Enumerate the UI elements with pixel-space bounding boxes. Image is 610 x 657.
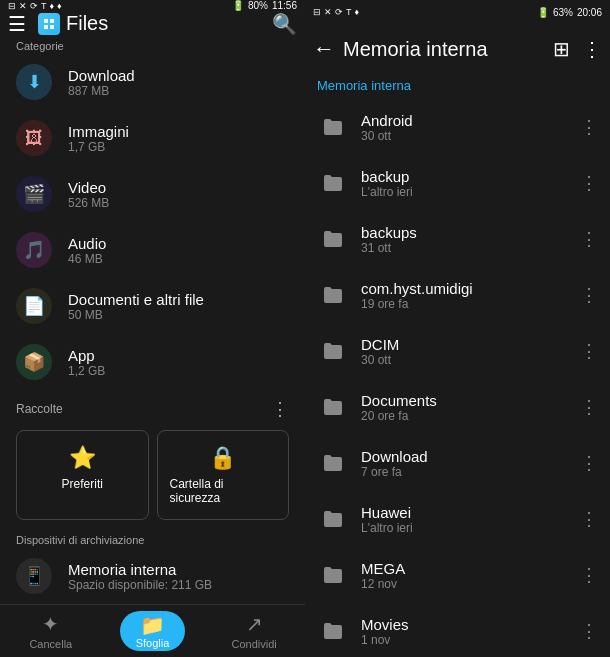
raccolte-label: Raccolte (16, 402, 63, 416)
cancella-icon: ✦ (42, 612, 59, 636)
file-date: L'altro ieri (361, 521, 564, 535)
file-more-button[interactable]: ⋮ (576, 504, 602, 534)
file-more-button[interactable]: ⋮ (576, 616, 602, 646)
file-name: Android (361, 112, 564, 129)
preferiti-label: Preferiti (62, 477, 103, 491)
apps-icon: 📦 (16, 344, 52, 380)
status-right-left: 🔋 80% 11:56 (232, 0, 297, 11)
search-button[interactable]: 🔍 (272, 12, 297, 36)
file-item-backup[interactable]: backup L'altro ieri ⋮ (305, 155, 610, 211)
file-name: com.hyst.umidigi (361, 280, 564, 297)
category-item-apps[interactable]: 📦 App 1,2 GB (0, 334, 305, 390)
app-name: Files (66, 12, 108, 35)
file-date: L'altro ieri (361, 185, 564, 199)
download-name: Download (68, 67, 135, 84)
file-name: Download (361, 448, 564, 465)
images-icon: 🖼 (16, 120, 52, 156)
file-date: 30 ott (361, 353, 564, 367)
collection-preferiti[interactable]: ⭐ Preferiti (16, 430, 149, 520)
category-item-docs[interactable]: 📄 Documenti e altri file 50 MB (0, 278, 305, 334)
left-panel: ⊟✕⟳T♦♦ 🔋 80% 11:56 ☰ Files 🔍 Categorie ⬇… (0, 0, 305, 657)
audio-name: Audio (68, 235, 106, 252)
file-more-button[interactable]: ⋮ (576, 336, 602, 366)
file-more-button[interactable]: ⋮ (576, 168, 602, 198)
file-item-mega[interactable]: MEGA 12 nov ⋮ (305, 547, 610, 603)
more-options-button[interactable]: ⋮ (582, 37, 602, 61)
nav-condividi[interactable]: ↗ Condividi (203, 606, 305, 656)
file-more-button[interactable]: ⋮ (576, 224, 602, 254)
file-item-movies[interactable]: Movies 1 nov ⋮ (305, 603, 610, 657)
lock-icon: 🔒 (209, 445, 236, 471)
folder-icon (317, 559, 349, 591)
file-date: 20 ore fa (361, 409, 564, 423)
category-item-images[interactable]: 🖼 Immagini 1,7 GB (0, 110, 305, 166)
raccolte-header: Raccolte ⋮ (0, 390, 305, 426)
docs-size: 50 MB (68, 308, 204, 322)
file-date: 7 ore fa (361, 465, 564, 479)
categories-label: Categorie (0, 36, 305, 54)
folder-icon (317, 391, 349, 423)
page-title: Memoria interna (343, 38, 545, 61)
file-item-backups[interactable]: backups 31 ott ⋮ (305, 211, 610, 267)
file-more-button[interactable]: ⋮ (576, 112, 602, 142)
time-right: 20:06 (577, 7, 602, 18)
file-more-button[interactable]: ⋮ (576, 280, 602, 310)
docs-icon: 📄 (16, 288, 52, 324)
folder-icon (317, 447, 349, 479)
file-name: Movies (361, 616, 564, 633)
file-name: backups (361, 224, 564, 241)
top-bar-right: ← Memoria interna ⊞ ⋮ (305, 24, 610, 74)
collection-sicurezza[interactable]: 🔒 Cartella di sicurezza (157, 430, 290, 520)
sfoglia-label: Sfoglia (136, 637, 170, 649)
file-item-documents[interactable]: Documents 20 ore fa ⋮ (305, 379, 610, 435)
file-list: Android 30 ott ⋮ backup L'altro ieri ⋮ b… (305, 99, 610, 657)
file-date: 1 nov (361, 633, 564, 647)
app-icon (38, 13, 60, 35)
storage-sub: Spazio disponibile: 211 GB (68, 578, 212, 592)
grid-view-button[interactable]: ⊞ (553, 37, 570, 61)
sfoglia-icon: 📁 (140, 613, 165, 637)
storage-item-memoria[interactable]: 📱 Memoria interna Spazio disponibile: 21… (0, 548, 305, 604)
file-date: 19 ore fa (361, 297, 564, 311)
collection-list: ⭐ Preferiti 🔒 Cartella di sicurezza (0, 426, 305, 530)
nav-sfoglia[interactable]: 📁 Sfoglia (102, 605, 204, 657)
folder-icon (317, 503, 349, 535)
raccolte-more-button[interactable]: ⋮ (271, 398, 289, 420)
bottom-nav: ✦ Cancella 📁 Sfoglia ↗ Condividi (0, 604, 305, 657)
file-name: MEGA (361, 560, 564, 577)
file-name: DCIM (361, 336, 564, 353)
file-item-android[interactable]: Android 30 ott ⋮ (305, 99, 610, 155)
app-title: Files (38, 12, 260, 35)
status-bar-right: ⊟✕⟳T♦ 🔋 63% 20:06 (305, 0, 610, 24)
file-more-button[interactable]: ⋮ (576, 392, 602, 422)
hamburger-menu[interactable]: ☰ (8, 12, 26, 36)
audio-icon: 🎵 (16, 232, 52, 268)
top-bar-left: ☰ Files 🔍 (0, 12, 305, 36)
breadcrumb: Memoria interna (305, 74, 610, 99)
file-date: 30 ott (361, 129, 564, 143)
video-size: 526 MB (68, 196, 109, 210)
file-item-dcim[interactable]: DCIM 30 ott ⋮ (305, 323, 610, 379)
file-item-download[interactable]: Download 7 ore fa ⋮ (305, 435, 610, 491)
category-item-video[interactable]: 🎬 Video 526 MB (0, 166, 305, 222)
file-name: Documents (361, 392, 564, 409)
file-item-huawei[interactable]: Huawei L'altro ieri ⋮ (305, 491, 610, 547)
battery-right: 63% (553, 7, 573, 18)
images-name: Immagini (68, 123, 129, 140)
file-more-button[interactable]: ⋮ (576, 560, 602, 590)
storage-name: Memoria interna (68, 561, 212, 578)
file-name: Huawei (361, 504, 564, 521)
status-bar-left: ⊟✕⟳T♦♦ 🔋 80% 11:56 (0, 0, 305, 12)
file-item-com-hyst[interactable]: com.hyst.umidigi 19 ore fa ⋮ (305, 267, 610, 323)
nav-cancella[interactable]: ✦ Cancella (0, 606, 102, 656)
category-item-audio[interactable]: 🎵 Audio 46 MB (0, 222, 305, 278)
download-size: 887 MB (68, 84, 135, 98)
file-more-button[interactable]: ⋮ (576, 448, 602, 478)
file-name: backup (361, 168, 564, 185)
video-name: Video (68, 179, 109, 196)
category-item-download[interactable]: ⬇ Download 887 MB (0, 54, 305, 110)
folder-icon (317, 223, 349, 255)
folder-icon (317, 335, 349, 367)
apps-size: 1,2 GB (68, 364, 105, 378)
back-button[interactable]: ← (313, 36, 335, 62)
